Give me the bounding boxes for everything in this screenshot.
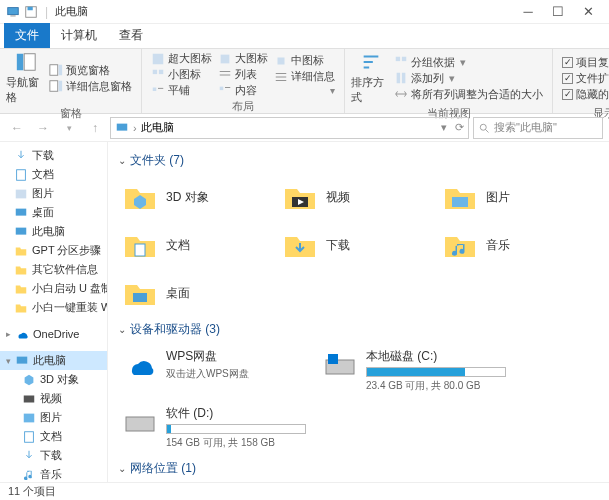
folder-videos[interactable]: 视频 <box>278 173 438 221</box>
sort-by-button[interactable]: 排序方式 <box>351 51 391 105</box>
checkboxes-toggle[interactable]: ✓项目复选框 <box>562 55 609 70</box>
folder-desktop[interactable]: 桌面 <box>118 269 278 317</box>
layout-medium[interactable]: 中图标 <box>274 53 335 68</box>
section-network[interactable]: ⌄网络位置 (1) <box>118 460 599 477</box>
drive-icon <box>122 405 158 441</box>
file-ext-toggle[interactable]: ✓文件扩展名 <box>562 71 609 86</box>
svg-line-32 <box>486 129 489 132</box>
svg-rect-24 <box>396 57 400 61</box>
folder-music-icon <box>442 227 478 263</box>
drive-d-usage-bar <box>166 424 306 434</box>
sidebar-item-downloads2[interactable]: 下载 <box>0 446 107 465</box>
folder-3d-objects[interactable]: 3D 对象 <box>118 173 278 221</box>
add-col-icon <box>394 71 408 85</box>
preview-pane-button[interactable]: 预览窗格 <box>49 63 132 78</box>
layout-details[interactable]: 详细信息 <box>274 69 335 84</box>
svg-rect-51 <box>126 417 154 431</box>
size-columns-button[interactable]: 将所有列调整为合适的大小 <box>394 87 543 102</box>
folder-downloads[interactable]: 下载 <box>278 221 438 269</box>
layout-tiles[interactable]: 平铺 <box>151 83 212 98</box>
layout-sm-icon <box>151 68 165 82</box>
checkbox-icon: ✓ <box>562 89 573 100</box>
layout-more[interactable]: ▾ <box>274 85 335 96</box>
layout-content-icon <box>218 84 232 98</box>
section-devices[interactable]: ⌄设备和驱动器 (3) <box>118 321 599 338</box>
history-dropdown[interactable]: ▾ <box>58 117 80 139</box>
music-icon <box>22 468 36 482</box>
forward-button[interactable]: → <box>32 117 54 139</box>
folder-pictures[interactable]: 图片 <box>438 173 598 221</box>
sidebar-item-pictures2[interactable]: 图片 <box>0 408 107 427</box>
sidebar-item-thispc-main[interactable]: ▾此电脑 <box>0 351 107 370</box>
close-button[interactable]: ✕ <box>573 0 603 24</box>
search-icon <box>478 122 490 134</box>
address-dropdown-icon[interactable]: ▾ <box>441 121 447 134</box>
section-folders[interactable]: ⌄文件夹 (7) <box>118 152 599 169</box>
sidebar-item-xb-boot[interactable]: 小白启动 U 盘制作步 <box>0 279 107 298</box>
svg-rect-1 <box>10 15 15 16</box>
folder-doc-icon <box>122 227 158 263</box>
svg-rect-38 <box>24 395 35 402</box>
search-input[interactable]: 搜索"此电脑" <box>473 117 603 139</box>
nav-pane-icon <box>15 51 37 73</box>
qat-divider: | <box>45 5 48 19</box>
folder-music[interactable]: 音乐 <box>438 221 598 269</box>
sidebar-item-documents[interactable]: 文档 <box>0 165 107 184</box>
sidebar-item-thispc[interactable]: 此电脑 <box>0 222 107 241</box>
sidebar-item-desktop[interactable]: 桌面 <box>0 203 107 222</box>
sidebar-item-downloads[interactable]: 下载 <box>0 146 107 165</box>
sidebar-item-music[interactable]: 音乐 <box>0 465 107 482</box>
cloud-icon <box>15 327 29 341</box>
sidebar-item-gpt[interactable]: GPT 分区步骤 <box>0 241 107 260</box>
content-pane[interactable]: ⌄文件夹 (7) 3D 对象 视频 图片 文档 下载 音乐 桌面 ⌄设备和驱动器… <box>108 142 609 482</box>
sidebar-item-xb-one[interactable]: 小白一键重装 Win10 <box>0 298 107 317</box>
details-pane-button[interactable]: 详细信息窗格 <box>49 79 132 94</box>
picture-icon <box>22 411 36 425</box>
nav-pane-button[interactable]: 导航窗格 <box>6 51 46 105</box>
minimize-button[interactable]: ─ <box>513 0 543 24</box>
layout-large[interactable]: 大图标 <box>218 51 268 66</box>
layout-list[interactable]: 列表 <box>218 67 268 82</box>
ribbon: 导航窗格 预览窗格 详细信息窗格 窗格 超大图标 小图标 平铺 大图标 列表 内… <box>0 48 609 114</box>
layout-extra-large[interactable]: 超大图标 <box>151 51 212 66</box>
folder-documents[interactable]: 文档 <box>118 221 278 269</box>
navigation-pane[interactable]: 下载 文档 图片 桌面 此电脑 GPT 分区步骤 其它软件信息 小白启动 U 盘… <box>0 142 108 482</box>
window-title: 此电脑 <box>55 4 88 19</box>
sidebar-item-documents2[interactable]: 文档 <box>0 427 107 446</box>
add-columns-button[interactable]: 添加列▾ <box>394 71 543 86</box>
drive-c-usage-bar <box>366 367 506 377</box>
chevron-down-icon: ⌄ <box>118 324 126 335</box>
pc-icon <box>6 5 20 19</box>
hidden-items-toggle[interactable]: ✓隐藏的项目 <box>562 87 609 102</box>
layout-content[interactable]: 内容 <box>218 83 268 98</box>
drive-c[interactable]: 本地磁盘 (C:)23.4 GB 可用, 共 80.0 GB <box>318 342 518 399</box>
drive-wps[interactable]: WPS网盘双击进入WPS网盘 <box>118 342 318 399</box>
maximize-button[interactable]: ☐ <box>543 0 573 24</box>
layout-small[interactable]: 小图标 <box>151 67 212 82</box>
details-pane-icon <box>49 79 63 93</box>
tab-file[interactable]: 文件 <box>4 23 50 48</box>
folder-picture-icon <box>442 179 478 215</box>
sidebar-item-onedrive[interactable]: ▸OneDrive <box>0 325 107 343</box>
tab-view[interactable]: 查看 <box>108 23 154 48</box>
address-box[interactable]: › 此电脑 ▾ ⟳ <box>110 117 469 139</box>
svg-rect-35 <box>16 208 27 215</box>
save-icon[interactable] <box>24 5 38 19</box>
refresh-button[interactable]: ⟳ <box>455 121 464 134</box>
ribbon-tabs: 文件 计算机 查看 <box>0 24 609 48</box>
back-button[interactable]: ← <box>6 117 28 139</box>
group-by-button[interactable]: 分组依据▾ <box>394 55 543 70</box>
svg-rect-10 <box>153 53 164 64</box>
svg-rect-50 <box>328 354 338 364</box>
svg-rect-4 <box>17 54 23 71</box>
svg-rect-40 <box>25 431 34 442</box>
drive-d[interactable]: 软件 (D:)154 GB 可用, 共 158 GB <box>118 399 318 456</box>
sidebar-item-other-sw[interactable]: 其它软件信息 <box>0 260 107 279</box>
sidebar-item-pictures[interactable]: 图片 <box>0 184 107 203</box>
tab-computer[interactable]: 计算机 <box>50 23 108 48</box>
sidebar-item-3d[interactable]: 3D 对象 <box>0 370 107 389</box>
layout-list-icon <box>218 68 232 82</box>
up-button[interactable]: ↑ <box>84 117 106 139</box>
sidebar-item-videos[interactable]: 视频 <box>0 389 107 408</box>
checkbox-icon: ✓ <box>562 57 573 68</box>
